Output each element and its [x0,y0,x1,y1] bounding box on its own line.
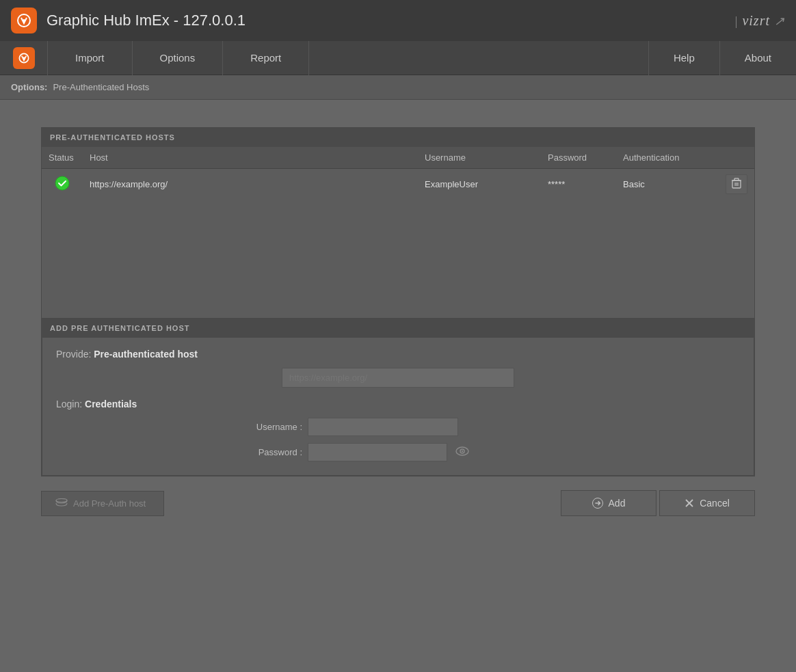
password-label: Password : [220,447,302,457]
bottom-buttons: Add Pre-Auth host Add Cancel [41,490,755,516]
table-row: https://example.org/ExampleUser*****Basi… [42,169,754,200]
status-ok-icon [55,176,70,191]
add-preauth-button[interactable]: Add Pre-Auth host [41,491,164,516]
col-header-status: Status [42,147,83,169]
cell-password: ***** [541,169,616,200]
menu-logo-svg [17,51,31,65]
cancel-button[interactable]: Cancel [659,490,755,516]
add-panel: ADD PRE AUTHENTICATED HOST Provide: Pre-… [41,319,755,476]
credentials-grid: Username : Password : [220,418,740,461]
svg-point-15 [462,451,463,452]
title-bar: Graphic Hub ImEx - 127.0.0.1 | vizrt ↗ [0,0,796,41]
hosts-table-body: https://example.org/ExampleUser*****Basi… [42,169,754,200]
username-input-wrap [308,418,472,436]
password-input-wrap [308,443,472,461]
cancel-x-icon [685,498,694,508]
menu-logo-area [0,41,48,75]
vizrt-logo: | vizrt ↗ [735,13,785,29]
menu-item-import[interactable]: Import [48,41,133,75]
breadcrumb-label: Options: [11,82,47,92]
add-preauth-label: Add Pre-Auth host [73,498,146,509]
add-panel-header: ADD PRE AUTHENTICATED HOST [42,319,754,338]
eye-icon [455,446,469,456]
app-icon [11,8,37,33]
cell-delete [719,169,754,200]
menu-logo-icon [13,47,35,69]
cell-host: https://example.org/ [83,169,418,200]
svg-point-4 [55,176,69,190]
database-icon [55,498,68,508]
col-header-password: Password [541,147,616,169]
col-header-host: Host [83,147,418,169]
col-header-auth: Authentication [616,147,719,169]
svg-point-3 [23,57,25,59]
menu-bar: Import Options Report Help About [0,41,796,75]
password-input[interactable] [308,443,447,461]
cell-username: ExampleUser [418,169,541,200]
toggle-password-button[interactable] [453,445,472,459]
provide-label: Provide: Pre-authenticated host [56,349,740,360]
menu-item-about[interactable]: About [719,41,796,75]
hosts-panel: PRE-AUTHENTICATED HOSTS Status Host User… [41,127,755,319]
hosts-table: Status Host Username Password Authentica… [42,147,754,200]
col-header-action [719,147,754,169]
breadcrumb-bar: Options: Pre-Authenticated Hosts [0,75,796,100]
hosts-panel-header: PRE-AUTHENTICATED HOSTS [42,128,754,147]
main-content: PRE-AUTHENTICATED HOSTS Status Host User… [0,100,796,672]
menu-item-help[interactable]: Help [648,41,719,75]
svg-point-16 [56,499,67,502]
login-label: Login: Credentials [56,399,740,409]
host-input[interactable] [282,368,514,388]
delete-row-button[interactable] [726,174,747,194]
username-input[interactable] [308,418,458,436]
hosts-table-wrapper: Status Host Username Password Authentica… [42,147,754,318]
add-button[interactable]: Add [561,490,656,516]
cell-status [42,169,83,200]
svg-point-1 [23,19,25,22]
hosts-table-header-row: Status Host Username Password Authentica… [42,147,754,169]
add-panel-body: Provide: Pre-authenticated host Login: C… [42,338,754,476]
app-icon-svg [16,12,32,29]
add-arrow-icon [592,498,603,509]
username-label: Username : [220,422,302,432]
cell-authentication: Basic [616,169,719,200]
menu-item-options[interactable]: Options [133,41,224,75]
breadcrumb-value: Pre-Authenticated Hosts [53,82,149,92]
add-label: Add [609,498,626,509]
col-header-username: Username [418,147,541,169]
cancel-label: Cancel [700,498,730,509]
trash-icon [732,178,741,189]
menu-item-report[interactable]: Report [223,41,309,75]
app-title: Graphic Hub ImEx - 127.0.0.1 [47,12,726,29]
